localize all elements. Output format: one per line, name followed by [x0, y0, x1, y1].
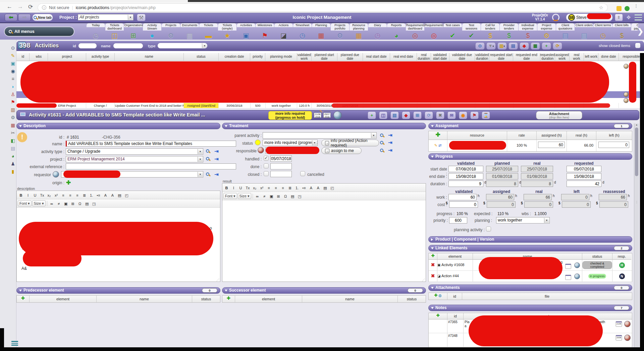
menu-test-sessions[interactable]: Test sessions ✔	[462, 23, 481, 40]
result-editor-content[interactable]: ⋰	[222, 201, 426, 282]
special-char-icon[interactable]: Ω	[77, 200, 83, 207]
add-icon[interactable]: +	[368, 111, 376, 119]
rss-icon[interactable]: ◉	[459, 111, 467, 119]
progress-section-header[interactable]: Progress	[428, 153, 632, 160]
add-new-icon[interactable]: +	[542, 42, 551, 50]
refresh-icon[interactable]: ⟳	[425, 111, 433, 119]
user-icon[interactable]: ♙	[10, 92, 16, 97]
column-header[interactable]: validated work	[297, 53, 312, 61]
mail-icon[interactable]: ✉	[447, 111, 456, 119]
column-header[interactable]: done date	[598, 53, 619, 61]
description-editor-content[interactable]: Th o A& ⋰	[17, 208, 220, 282]
search-icon[interactable]	[380, 149, 383, 152]
goto-icon[interactable]: ⇥	[214, 172, 219, 177]
column-header[interactable]: requested start date	[489, 53, 513, 61]
name-filter-input[interactable]	[113, 43, 143, 49]
goto-icon[interactable]: ⇥	[388, 133, 392, 138]
search-icon[interactable]	[380, 141, 383, 144]
validated-work[interactable]: 60	[448, 194, 477, 200]
numbered-list-icon[interactable]: 1.	[294, 185, 300, 191]
search-icon[interactable]	[206, 172, 209, 176]
menu-timesheet[interactable]: Timesheet ◷	[293, 23, 312, 40]
size-select[interactable]: Size ▾	[32, 200, 46, 206]
menu-activities[interactable]: Activities ▣	[237, 23, 255, 40]
align-left-icon[interactable]: ≡	[60, 192, 66, 198]
image-icon[interactable]: ▣	[268, 193, 275, 199]
size-select[interactable]: Size ▾	[238, 193, 251, 199]
column-header[interactable]: planning mode	[265, 53, 297, 61]
planning-activity-checkbox[interactable]	[486, 227, 491, 232]
linked-element-ref[interactable]: Activity #1608	[441, 263, 464, 267]
underline-icon[interactable]: U	[32, 192, 38, 198]
scrollbar-thumb[interactable]	[635, 128, 638, 176]
description-editor[interactable]: BIUTxx₂x²≡≡≡≣1.•≡AA▤◰ Font ▾ Size ▾ ∞≠▣⊞…	[16, 191, 220, 282]
result-editor[interactable]: BIUTxx₂x²≡≡≡≣1.•≡AA▤◰ Font ▾ Size ▾ ∞≠▣⊞…	[222, 183, 426, 282]
checkpoint-icon[interactable]: ⚑	[470, 111, 479, 119]
column-header[interactable]: planned start date	[312, 53, 337, 61]
successor-section-header[interactable]: Successor element0	[222, 287, 426, 294]
excel-export-icon[interactable]: ▦	[531, 42, 540, 50]
add-origin-icon[interactable]: ✚	[66, 179, 71, 186]
status-select[interactable]: more info required (progress on▼	[263, 140, 318, 146]
column-header[interactable]: real end date	[390, 53, 417, 61]
bookmark-icon[interactable]: ▮	[10, 169, 16, 174]
done-date[interactable]	[270, 163, 292, 169]
handled-checkbox[interactable]	[264, 156, 269, 161]
pdf-export-icon[interactable]: ◆	[520, 42, 529, 50]
scroll-up-icon[interactable]: ▲	[634, 123, 639, 126]
table-cell[interactable]: Assigned (Start/End	[184, 103, 219, 108]
forward-icon[interactable]: →	[17, 3, 23, 10]
column-header[interactable]: priority	[250, 53, 265, 61]
column-header[interactable]: status	[184, 53, 219, 61]
image-icon[interactable]: ▣	[63, 200, 69, 207]
save-icon[interactable]: ◫	[379, 111, 387, 119]
requested-start-date[interactable]: 05/07/2018	[567, 166, 601, 172]
goto-icon[interactable]: ⇥	[214, 157, 219, 161]
show-closed-checkbox[interactable]	[635, 43, 641, 48]
bookmark-star-icon[interactable]: ☆	[599, 5, 603, 11]
cancelled-checkbox[interactable]	[300, 171, 305, 176]
italic-icon[interactable]: I	[230, 185, 237, 191]
url-bar[interactable]: i Not secure | iconic.productions/projeq…	[38, 3, 608, 12]
column-header[interactable]: real start date	[363, 53, 390, 61]
menu-actions[interactable]: Actions ◪	[274, 23, 293, 40]
table-cell[interactable]: Change /	[86, 103, 115, 108]
print-icon[interactable]: ▤	[390, 111, 399, 119]
link-attachment-icon[interactable]: ◍	[438, 293, 442, 297]
table-cell[interactable]: 30/06/2018	[219, 103, 250, 108]
hourglass-icon[interactable]: ⌛	[482, 111, 490, 119]
requested-end-date[interactable]: 15/08/2018	[567, 173, 601, 180]
align-center-icon[interactable]: ≡	[273, 185, 279, 191]
search-icon[interactable]: ⊙	[475, 42, 485, 50]
add-assignment-icon[interactable]: ✚	[435, 132, 440, 138]
column-header[interactable]: wbs	[30, 53, 48, 61]
subscript-icon[interactable]: x₂	[46, 192, 52, 198]
edit-assignment-icon[interactable]: ✎	[434, 143, 437, 147]
column-header[interactable]: real work	[570, 53, 584, 61]
priority-input[interactable]: 600	[449, 217, 467, 223]
person-icon[interactable]: ♟	[10, 161, 16, 166]
cut-icon[interactable]: ✂	[10, 130, 16, 136]
print-icon[interactable]: ▤	[116, 192, 123, 198]
numbered-list-icon[interactable]: 1.	[88, 192, 95, 198]
project-select[interactable]: ERM Project Management 2014▼	[66, 156, 203, 162]
menu-client-terms[interactable]: Client terms ◷	[594, 23, 612, 40]
menu-documents[interactable]: Documents ▤	[180, 23, 199, 40]
closed-checkbox[interactable]	[264, 171, 269, 176]
column-header[interactable]: requested end date	[513, 53, 540, 61]
paste-icon[interactable]: ▤	[84, 200, 90, 207]
all-menus-button[interactable]: All menus	[4, 27, 74, 37]
note-id[interactable]: #7365	[447, 319, 464, 333]
linked-elements-section-header[interactable]: Linked Elements2	[428, 245, 632, 251]
align-left-icon[interactable]: ≡	[266, 185, 272, 191]
refresh-icon[interactable]: ⟳	[553, 42, 562, 50]
column-header[interactable]: validated start date	[431, 53, 449, 61]
goto-icon[interactable]: ⇥	[214, 149, 219, 154]
text-color-icon[interactable]: A	[102, 192, 109, 198]
chart-icon[interactable]: ◧	[10, 138, 16, 143]
resize-handle[interactable]: ⋰	[422, 278, 425, 282]
pie-icon[interactable]: ◕	[10, 153, 16, 159]
menu-milestones[interactable]: Milestones ⚑	[256, 23, 274, 40]
remove-format-icon[interactable]: Tx	[245, 185, 251, 191]
menu-client-bills[interactable]: Client bills $	[612, 23, 631, 40]
